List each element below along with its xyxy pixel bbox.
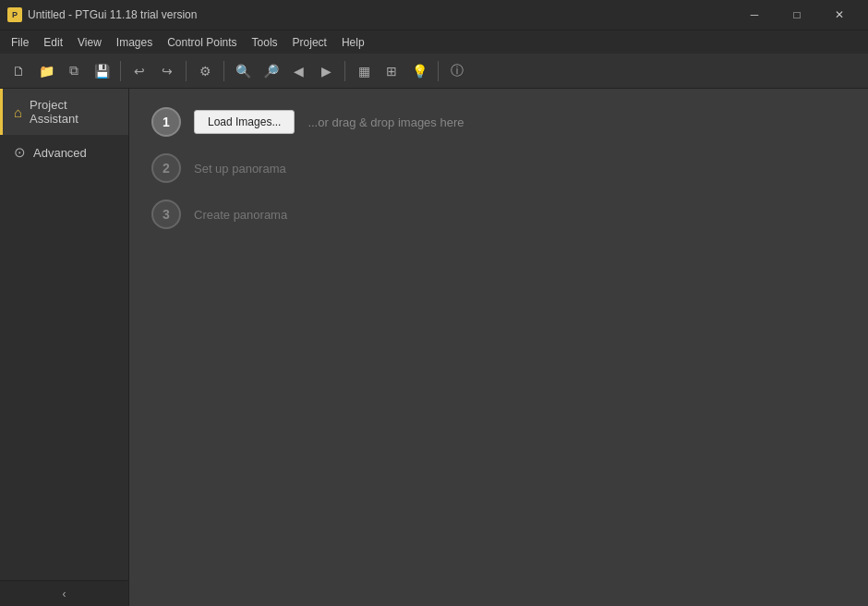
menu-item-images[interactable]: Images (109, 33, 160, 52)
grid1-icon[interactable]: ▦ (351, 58, 377, 84)
undo-icon[interactable]: ↩ (127, 58, 152, 84)
save-icon[interactable]: 💾 (89, 58, 115, 84)
title-bar-left: P Untitled - PTGui 11.18 trial version (7, 7, 197, 22)
step-2-label: Set up panorama (194, 162, 286, 176)
prev-icon[interactable]: ◀ (285, 58, 311, 84)
sidebar: ⌂ Project Assistant ⊙ Advanced ‹ (0, 89, 129, 606)
title-text: Untitled - PTGui 11.18 trial version (28, 8, 197, 21)
maximize-button[interactable]: □ (776, 0, 818, 30)
new-document-icon[interactable]: 🗋 (6, 58, 31, 84)
content-area: 1 Load Images... ...or drag & drop image… (129, 89, 868, 606)
menu-item-view[interactable]: View (70, 33, 109, 52)
main-layout: ⌂ Project Assistant ⊙ Advanced ‹ 1 Load … (0, 89, 868, 606)
sidebar-item-advanced[interactable]: ⊙ Advanced (0, 135, 128, 170)
drag-drop-hint: ...or drag & drop images here (307, 115, 464, 129)
toolbar: 🗋📁⧉💾↩↪⚙🔍🔎◀▶▦⊞💡ⓘ (0, 54, 868, 89)
app-icon: P (7, 7, 22, 22)
close-button[interactable]: ✕ (818, 0, 861, 30)
minimize-button[interactable]: ─ (733, 0, 776, 30)
step-2-row: 2 Set up panorama (151, 153, 846, 183)
step-1-circle: 1 (151, 107, 181, 137)
step-3-label: Create panorama (194, 208, 287, 222)
toolbar-separator (223, 61, 224, 81)
step-2-content: Set up panorama (194, 162, 286, 176)
help-icon[interactable]: ⓘ (444, 58, 470, 84)
menu-item-tools[interactable]: Tools (245, 33, 285, 52)
grid2-icon[interactable]: ⊞ (379, 58, 404, 84)
menu-item-control-points[interactable]: Control Points (160, 33, 244, 52)
toolbar-separator (186, 61, 187, 81)
search2-icon[interactable]: 🔎 (258, 58, 283, 84)
step-3-circle: 3 (151, 200, 181, 229)
toolbar-separator (120, 61, 121, 81)
circle-icon: ⊙ (14, 144, 26, 161)
sidebar-item-project-assistant[interactable]: ⌂ Project Assistant (0, 89, 128, 135)
bulb-icon[interactable]: 💡 (406, 58, 432, 84)
home-icon: ⌂ (14, 104, 22, 120)
step-3-content: Create panorama (194, 208, 287, 222)
load-images-button[interactable]: Load Images... (194, 110, 295, 134)
settings-icon[interactable]: ⚙ (192, 58, 218, 84)
copy-icon[interactable]: ⧉ (61, 58, 87, 84)
menu-item-edit[interactable]: Edit (36, 33, 70, 52)
step-3-row: 3 Create panorama (151, 200, 846, 229)
menu-bar: FileEditViewImagesControl PointsToolsPro… (0, 30, 868, 54)
next-icon[interactable]: ▶ (313, 58, 339, 84)
window-controls: ─ □ ✕ (733, 0, 861, 30)
title-bar: P Untitled - PTGui 11.18 trial version ─… (0, 0, 868, 30)
menu-item-project[interactable]: Project (285, 33, 334, 52)
sidebar-item-label: Project Assistant (30, 98, 117, 126)
toolbar-separator (344, 61, 345, 81)
chevron-left-icon: ‹ (63, 588, 66, 600)
menu-item-help[interactable]: Help (334, 33, 372, 52)
open-icon[interactable]: 📁 (33, 58, 59, 84)
step-1-row: 1 Load Images... ...or drag & drop image… (151, 107, 846, 137)
toolbar-separator (438, 61, 439, 81)
redo-icon[interactable]: ↪ (154, 58, 180, 84)
search-icon[interactable]: 🔍 (230, 58, 256, 84)
sidebar-collapse-button[interactable]: ‹ (0, 580, 128, 606)
sidebar-item-label: Advanced (33, 146, 87, 160)
step-2-circle: 2 (151, 153, 181, 183)
step-1-content: Load Images... ...or drag & drop images … (194, 110, 464, 134)
menu-item-file[interactable]: File (4, 33, 36, 52)
